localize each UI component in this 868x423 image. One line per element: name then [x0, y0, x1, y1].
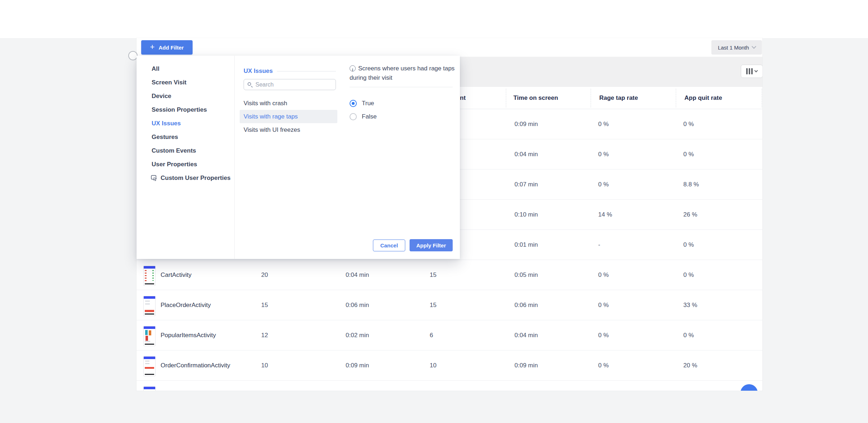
- filter-category-custom-user-properties[interactable]: Custom User Properties: [137, 171, 234, 185]
- table-row[interactable]: OrderConfirmationActivity100:09 min100:0…: [137, 350, 762, 381]
- filter-description-row: Screens where users had rage taps during…: [350, 64, 457, 83]
- divider: [350, 87, 453, 87]
- cell-time-on-screen: 0:07 min: [514, 169, 538, 199]
- filter-options-panel: UX Issues Visits with crashVisits with r…: [235, 56, 342, 259]
- screen-thumbnail: [143, 266, 156, 286]
- category-label: Custom Events: [152, 147, 196, 154]
- cell-col1: 15: [261, 290, 268, 320]
- cell-rage-tap-rate: 0 %: [598, 350, 609, 380]
- filter-categories: AllScreen VisitDeviceSession PropertiesU…: [137, 56, 235, 259]
- cell-rage-tap-rate: 0 %: [598, 109, 609, 139]
- category-label: All: [152, 65, 160, 73]
- cell-time-on-screen: 0:09 min: [514, 350, 538, 380]
- screen-name: PlaceOrderActivity: [161, 290, 211, 320]
- cell-col3: 15: [430, 290, 437, 320]
- radio-row-false[interactable]: False: [350, 110, 377, 123]
- screen-name: PopularItemsActivity: [161, 320, 216, 350]
- filter-popup: AllScreen VisitDeviceSession PropertiesU…: [137, 56, 460, 259]
- category-label: UX Issues: [152, 120, 181, 127]
- filter-category-device[interactable]: Device: [137, 89, 234, 103]
- cell-rage-tap-rate: 0 %: [598, 320, 609, 350]
- cell-app-quit-rate: 0 %: [683, 320, 694, 350]
- cursor-box-icon: [151, 175, 157, 181]
- cell-app-quit-rate: 0 %: [683, 260, 694, 290]
- category-label: Custom User Properties: [161, 175, 231, 182]
- cell-col2: 0:09 min: [346, 350, 369, 380]
- cell-app-quit-rate: 26 %: [683, 200, 697, 229]
- cell-rage-tap-rate: 0 %: [598, 290, 609, 320]
- search-input[interactable]: [255, 80, 333, 89]
- filter-options: Visits with crashVisits with rage tapsVi…: [235, 97, 342, 136]
- category-label: Session Properties: [152, 106, 207, 113]
- radio-button-false[interactable]: [350, 113, 357, 120]
- cell-time-on-screen: 0:05 min: [514, 260, 538, 290]
- screen-thumbnail: [143, 296, 156, 316]
- screen-name: CartActivity: [161, 260, 191, 290]
- cell-app-quit-rate: 0 %: [683, 139, 694, 169]
- filter-category-custom-events[interactable]: Custom Events: [137, 144, 234, 158]
- category-label: Gestures: [152, 134, 178, 141]
- cell-rage-tap-rate: -: [598, 230, 600, 260]
- page: + Add Filter Last 1 Month nt Time on scr…: [0, 0, 868, 423]
- screen-thumbnail: [143, 356, 156, 376]
- filter-description: Screens where users had rage taps during…: [350, 65, 454, 81]
- radio-label: True: [362, 100, 374, 107]
- category-label: Device: [152, 93, 171, 100]
- section-title: UX Issues: [244, 68, 273, 75]
- filter-option-visits-with-crash[interactable]: Visits with crash: [240, 97, 337, 110]
- filter-category-user-properties[interactable]: User Properties: [137, 158, 234, 171]
- cell-col3: 10: [430, 350, 437, 380]
- table-row[interactable]: PopularItemsActivity120:02 min60:04 min0…: [137, 320, 762, 350]
- divider: [277, 71, 336, 71]
- filter-category-session-properties[interactable]: Session Properties: [137, 103, 234, 117]
- cell-col1: 10: [261, 350, 268, 380]
- cell-time-on-screen: 0:04 min: [514, 320, 538, 350]
- cell-col3: 15: [430, 260, 437, 290]
- table-row[interactable]: CartActivity200:04 min150:05 min0 %0 %: [137, 260, 762, 290]
- cell-col1: 20: [261, 260, 268, 290]
- cell-rage-tap-rate: 14 %: [598, 200, 612, 229]
- radio-group: TrueFalse: [350, 97, 377, 123]
- filter-category-screen-visit[interactable]: Screen Visit: [137, 76, 234, 89]
- top-strip: [0, 0, 868, 38]
- info-icon: [350, 65, 356, 71]
- table-row[interactable]: PlaceOrderActivity150:06 min150:06 min0 …: [137, 290, 762, 320]
- cell-time-on-screen: 0:09 min: [514, 109, 538, 139]
- cell-app-quit-rate: 33 %: [683, 290, 697, 320]
- filter-option-visits-with-ui-freezes[interactable]: Visits with UI freezes: [240, 123, 337, 136]
- cell-time-on-screen: 0:01 min: [514, 230, 538, 260]
- cell-rage-tap-rate: 0 %: [598, 139, 609, 169]
- filter-option-visits-with-rage-taps[interactable]: Visits with rage taps: [240, 110, 337, 123]
- cell-col2: 0:02 min: [346, 320, 369, 350]
- filter-category-ux-issues[interactable]: UX Issues: [137, 117, 234, 130]
- section-header: UX Issues: [244, 68, 336, 75]
- search-box[interactable]: [244, 79, 336, 90]
- screen-thumbnail: [143, 386, 156, 391]
- radio-row-true[interactable]: True: [350, 97, 377, 110]
- cell-app-quit-rate: 0 %: [683, 109, 694, 139]
- cell-col2: 0:04 min: [346, 260, 369, 290]
- cell-rage-tap-rate: 0 %: [598, 169, 609, 199]
- cell-time-on-screen: 0:04 min: [514, 139, 538, 169]
- filter-category-all[interactable]: All: [137, 62, 234, 76]
- category-label: User Properties: [152, 161, 197, 168]
- radio-button-true[interactable]: [350, 100, 357, 107]
- cell-app-quit-rate: 20 %: [683, 350, 697, 380]
- filter-value-panel: Screens where users had rage taps during…: [342, 56, 460, 259]
- filter-category-gestures[interactable]: Gestures: [137, 130, 234, 144]
- radio-label: False: [362, 113, 377, 120]
- search-icon: [248, 82, 251, 86]
- cell-app-quit-rate: 0 %: [683, 230, 694, 260]
- table-row[interactable]: [137, 381, 762, 391]
- apply-filter-button[interactable]: Apply Filter: [410, 239, 453, 251]
- cancel-button[interactable]: Cancel: [373, 240, 405, 251]
- cell-col1: 12: [261, 320, 268, 350]
- cell-time-on-screen: 0:06 min: [514, 290, 538, 320]
- cell-col2: 0:06 min: [346, 290, 369, 320]
- category-label: Screen Visit: [152, 79, 186, 86]
- cell-col3: 6: [430, 320, 433, 350]
- screen-thumbnail: [143, 326, 156, 346]
- cell-app-quit-rate: 8.8 %: [683, 169, 699, 199]
- cell-time-on-screen: 0:10 min: [514, 200, 538, 229]
- screen-name: OrderConfirmationActivity: [161, 350, 230, 380]
